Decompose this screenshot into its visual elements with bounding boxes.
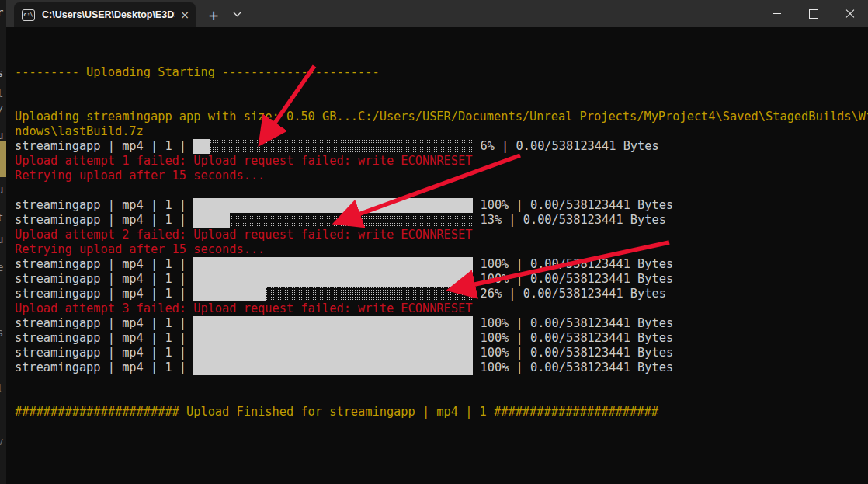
terminal-line: streamingapp | mp4 | 1 | 13% | 0.00/5381… [15,213,868,228]
terminal-line: Upload attempt 2 failed: Upload request … [15,228,868,242]
terminal-line: Upload attempt 3 failed: Upload request … [15,301,868,316]
terminal-line: ####################### Upload Finished … [15,405,868,420]
background-window-fragment: s [0,326,3,339]
terminal-line: streamingapp | mp4 | 1 | 100% | 0.00/538… [15,360,868,375]
progress-bar-fill [193,287,266,301]
new-tab-button[interactable]: + [208,9,219,23]
terminal-line [15,95,868,110]
close-icon [845,9,855,19]
terminal-line [15,375,868,390]
progress-bar-fill [193,331,473,346]
tab-title: C:\Users\USER\Desktop\E3DS [42,9,175,20]
cmd-icon: c:\ [22,9,35,21]
progress-bar-fill [193,360,473,375]
background-window-fragment: / [0,104,3,117]
maximize-icon [809,9,818,19]
progress-bar [193,331,473,346]
terminal-line: ndows\lastBuild.7z [15,124,868,139]
background-window-fragment: l [0,87,3,99]
progress-bar [193,360,473,375]
progress-bar-fill [193,198,473,213]
terminal-line: streamingapp | mp4 | 1 | 100% | 0.00/538… [15,257,868,272]
terminal-line [15,390,868,405]
terminal-tab[interactable]: c:\ C:\Users\USER\Desktop\E3DS × [14,2,196,27]
background-window-fragment: e [0,261,3,273]
terminal-line: Retrying upload after 15 seconds... [15,242,868,257]
progress-bar [193,198,473,213]
progress-bar-fill [193,139,210,154]
background-window-fragment: u [0,233,3,245]
background-window-edge: rsl/uutueslv [0,0,6,484]
title-bar: c:\ C:\Users\USER\Desktop\E3DS × + [6,0,868,27]
background-window-fragment: t [0,211,3,224]
progress-bar [193,213,473,228]
terminal-line: streamingapp | mp4 | 1 | 6% | 0.00/53812… [15,139,868,154]
maximize-button[interactable] [795,0,832,27]
progress-bar [193,257,473,272]
progress-bar [193,287,473,301]
tab-dropdown-chevron-icon[interactable] [233,5,241,20]
background-window-fragment: u [0,183,3,196]
terminal-line: Retrying upload after 15 seconds... [15,169,868,183]
tab-close-icon[interactable]: × [180,9,189,21]
terminal-line: streamingapp | mp4 | 1 | 26% | 0.00/5381… [15,287,868,301]
terminal-line [15,80,868,95]
background-window-fragment: s [0,67,3,79]
progress-bar-fill [193,346,473,360]
progress-bar-fill [193,316,473,331]
terminal-line: Uploading streamingapp app with size: 0.… [15,110,868,124]
progress-bar [193,346,473,360]
terminal-line: --------- Uploading Starting -----------… [15,65,868,80]
close-button[interactable] [832,0,868,27]
terminal-line: streamingapp | mp4 | 1 | 100% | 0.00/538… [15,346,868,360]
minimize-button[interactable] [759,0,795,27]
background-window-fragment [0,141,6,177]
progress-bar [193,316,473,331]
progress-bar-fill [193,272,473,287]
terminal-line: streamingapp | mp4 | 1 | 100% | 0.00/538… [15,331,868,346]
progress-bar-fill [193,257,473,272]
minimize-icon [773,13,781,14]
background-window-fragment: u [0,129,3,141]
progress-bar-fill [193,213,230,228]
progress-bar [193,139,473,154]
background-window-fragment: l [0,382,3,395]
terminal-line [15,183,868,198]
terminal-line: streamingapp | mp4 | 1 | 100% | 0.00/538… [15,316,868,331]
terminal-output: --------- Uploading Starting -----------… [6,27,868,484]
terminal-line: streamingapp | mp4 | 1 | 100% | 0.00/538… [15,272,868,287]
background-window-fragment: r [0,6,3,19]
progress-bar [193,272,473,287]
terminal-line: streamingapp | mp4 | 1 | 100% | 0.00/538… [15,198,868,213]
background-window-fragment: v [0,435,3,447]
terminal-line: Upload attempt 1 failed: Upload request … [15,154,868,169]
